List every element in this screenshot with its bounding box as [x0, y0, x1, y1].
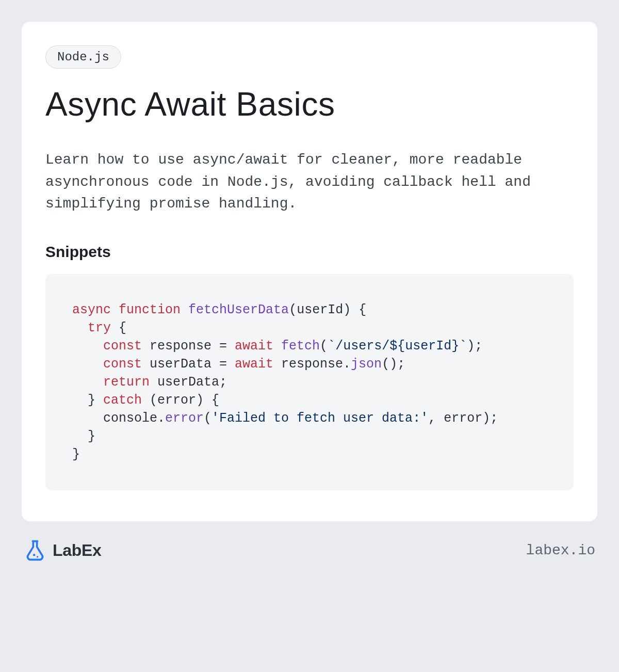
page-title: Async Await Basics [45, 86, 574, 122]
category-tag: Node.js [45, 45, 121, 69]
brand-name: LabEx [53, 541, 101, 560]
flask-icon [24, 539, 46, 562]
footer: LabEx labex.io [22, 539, 597, 562]
svg-point-0 [33, 554, 35, 556]
content-card: Node.js Async Await Basics Learn how to … [22, 22, 597, 521]
code-content: async function fetchUserData(userId) { t… [72, 301, 553, 463]
snippets-heading: Snippets [45, 243, 574, 261]
svg-point-1 [37, 556, 38, 557]
description: Learn how to use async/await for cleaner… [45, 149, 574, 215]
site-url: labex.io [526, 542, 595, 558]
brand: LabEx [24, 539, 101, 562]
code-block: async function fetchUserData(userId) { t… [45, 274, 574, 490]
